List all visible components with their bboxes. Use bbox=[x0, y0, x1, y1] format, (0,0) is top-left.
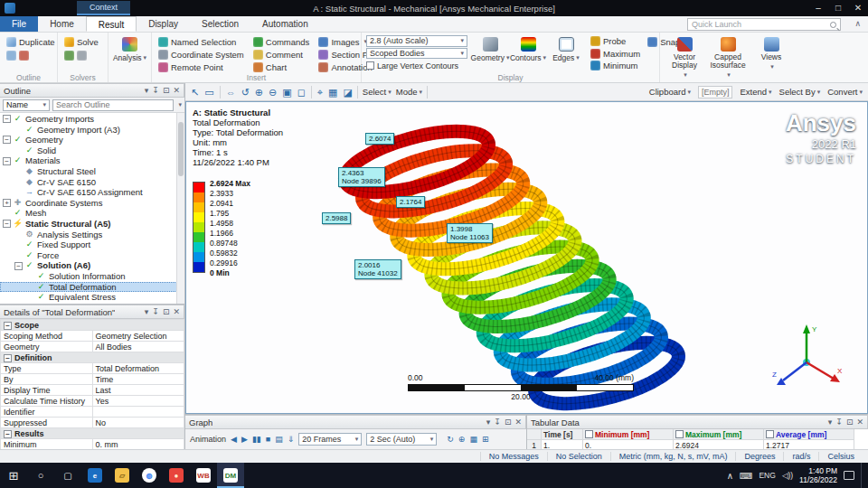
tab-automation[interactable]: Automation bbox=[250, 16, 320, 32]
expand-toggle-icon[interactable]: − bbox=[3, 220, 11, 228]
tab-display[interactable]: Display bbox=[137, 16, 190, 32]
duration-dropdown[interactable]: 2 Sec (Auto) ▾ bbox=[366, 433, 437, 446]
status-no-selection[interactable]: No Selection bbox=[547, 452, 610, 461]
refresh-icon[interactable]: ↻ bbox=[447, 435, 454, 444]
wireframe-icon[interactable]: ▦ bbox=[328, 84, 337, 100]
panel-float-icon[interactable]: ⊡ bbox=[163, 305, 170, 318]
show-desktop-button[interactable] bbox=[861, 463, 864, 488]
mode-dropdown[interactable]: Mode ▾ bbox=[396, 87, 422, 97]
select-mode-dropdown[interactable]: Select ▾ bbox=[363, 87, 392, 97]
tree-item-cr-v-sae-6150[interactable]: ◆Cr-V SAE 6150 bbox=[0, 177, 184, 188]
details-panel-header[interactable]: Details of "Total Deformation" ▾ ↧ ⊡ ✕ bbox=[0, 305, 184, 319]
large-vertex-contours-checkbox[interactable]: Large Vertex Contours bbox=[366, 60, 467, 71]
delete-icon[interactable] bbox=[19, 51, 29, 61]
graphics-viewport[interactable]: A: Static StructuralTotal DeformationTyp… bbox=[185, 101, 868, 414]
keyboard-icon[interactable]: ⌨ bbox=[740, 471, 752, 481]
solve-button[interactable]: Solve bbox=[62, 35, 100, 48]
section-plane-icon[interactable]: ◪ bbox=[343, 84, 352, 100]
tree-item-coordinate-systems[interactable]: +✚Coordinate Systems bbox=[0, 198, 184, 209]
convert-dropdown[interactable]: Convert ▾ bbox=[827, 87, 863, 97]
stop-icon[interactable]: ■ bbox=[266, 435, 270, 444]
volume-icon[interactable]: ◁)) bbox=[782, 471, 793, 480]
panel-close-icon[interactable]: ✕ bbox=[856, 416, 863, 428]
panel-menu-icon[interactable]: ▾ bbox=[145, 305, 149, 318]
details-value[interactable]: Total Deformation bbox=[92, 363, 184, 374]
pause-icon[interactable]: ▮▮ bbox=[252, 435, 261, 444]
expand-toggle-icon[interactable]: − bbox=[3, 136, 11, 144]
insert-comment-button[interactable]: Comment bbox=[251, 48, 312, 61]
result-scale-dropdown[interactable]: 2.8 (Auto Scale) ▾ bbox=[366, 35, 467, 47]
column-checkbox[interactable] bbox=[585, 430, 593, 438]
tab-home[interactable]: Home bbox=[38, 16, 86, 32]
panel-pin-icon[interactable]: ↧ bbox=[152, 84, 159, 97]
panel-pin-icon[interactable]: ↧ bbox=[494, 416, 501, 428]
tree-item-static-structural-a5[interactable]: −⚡Static Structural (A5) bbox=[0, 219, 184, 230]
export-icon[interactable]: ⊞ bbox=[482, 435, 489, 444]
tab-result[interactable]: Result bbox=[86, 16, 137, 32]
taskbar-clock[interactable]: 1:40 PM 11/26/2022 bbox=[799, 466, 837, 484]
tabular-col-header-average-mm[interactable]: Average [mm] bbox=[764, 429, 854, 440]
zoom-graph-icon[interactable]: ⊕ bbox=[458, 435, 466, 444]
panel-pin-icon[interactable]: ↧ bbox=[152, 305, 159, 318]
tree-item-total-deformation[interactable]: ✓Total Deformation bbox=[0, 282, 184, 293]
tree-item-geometry-imports[interactable]: −✓Geometry Imports bbox=[0, 114, 184, 125]
status-rad-s[interactable]: rad/s bbox=[783, 452, 818, 461]
graph-panel-header[interactable]: Graph ▾ ↧ ⊡ ✕ bbox=[185, 415, 526, 429]
solver-status-icon[interactable] bbox=[77, 51, 87, 61]
context-tab-label[interactable]: Context bbox=[77, 1, 130, 15]
taskbar-app-chrome[interactable]: ◍ bbox=[136, 463, 163, 488]
panel-menu-icon[interactable]: ▾ bbox=[145, 84, 149, 97]
tabular-col-header-index[interactable] bbox=[527, 429, 542, 440]
views-button[interactable]: Views▾ bbox=[751, 35, 791, 71]
tabular-col-header-minimum-mm[interactable]: Minimum [mm] bbox=[583, 429, 674, 440]
panel-float-icon[interactable]: ⊡ bbox=[505, 416, 512, 428]
tabular-col-header-time-s[interactable]: Time [s] bbox=[542, 429, 583, 440]
geometry-button[interactable]: Geometry▾ bbox=[471, 35, 509, 71]
probe-annotation[interactable]: 2.4363Node 39896 bbox=[338, 167, 385, 187]
notification-center-icon[interactable] bbox=[844, 471, 854, 480]
rotate-icon[interactable]: ↺ bbox=[241, 84, 250, 100]
details-value[interactable]: Time bbox=[92, 374, 184, 385]
panel-close-icon[interactable]: ✕ bbox=[173, 84, 180, 97]
vector-display-button[interactable]: Vector Display▾ bbox=[665, 35, 704, 71]
frames-dropdown[interactable]: 20 Frames ▾ bbox=[298, 433, 362, 446]
probe-annotation[interactable]: 2.0016Node 41032 bbox=[354, 259, 401, 279]
zoom-out-icon[interactable]: ⊖ bbox=[269, 84, 277, 100]
clipboard-dropdown[interactable]: Clipboard ▾ bbox=[649, 87, 691, 97]
tree-item-fixed-support[interactable]: ✓Fixed Support bbox=[0, 239, 184, 250]
triad-icon[interactable]: Y X Z bbox=[765, 319, 846, 400]
tree-item-structural-steel[interactable]: ◆Structural Steel bbox=[0, 166, 184, 177]
expand-toggle-icon[interactable]: + bbox=[3, 199, 11, 207]
panel-float-icon[interactable]: ⊡ bbox=[163, 84, 170, 97]
maximize-icon[interactable]: □ bbox=[828, 0, 848, 16]
probe-cursor-icon[interactable]: ⌖ bbox=[317, 84, 323, 100]
filter-type-dropdown[interactable]: Name ▾ bbox=[3, 99, 50, 111]
insert-coordinate-system-button[interactable]: Coordinate System bbox=[156, 48, 246, 61]
tree-item-geometry[interactable]: −✓Geometry bbox=[0, 135, 184, 145]
panel-close-icon[interactable]: ✕ bbox=[173, 305, 180, 318]
expand-toggle-icon[interactable]: − bbox=[3, 157, 11, 165]
outline-panel-header[interactable]: Outline ▾ ↧ ⊡ ✕ bbox=[0, 83, 184, 98]
status-metric-mm-kg-n-s-mv-ma[interactable]: Metric (mm, kg, N, s, mV, mA) bbox=[610, 452, 736, 461]
grid-icon[interactable]: ▦ bbox=[469, 435, 477, 444]
solver-settings-icon[interactable] bbox=[64, 51, 74, 61]
expand-toggle-icon[interactable]: − bbox=[14, 262, 23, 270]
panel-float-icon[interactable]: ⊡ bbox=[846, 416, 854, 428]
tray-expand-icon[interactable]: ∧ bbox=[727, 471, 733, 481]
details-value[interactable]: Last bbox=[92, 385, 184, 396]
probe-toggle[interactable]: Probe bbox=[589, 35, 642, 47]
tree-item-solution-a6[interactable]: −✓Solution (A6) bbox=[0, 260, 184, 271]
taskbar-app-workbench[interactable]: WB bbox=[190, 463, 217, 488]
tree-item-geometry-import-a3[interactable]: ✓Geometry Import (A3) bbox=[0, 125, 184, 136]
probe-annotation[interactable]: 2.6074 bbox=[365, 133, 394, 145]
tree-item-force[interactable]: ✓Force bbox=[0, 250, 184, 261]
probe-annotation[interactable]: 2.5988 bbox=[322, 212, 351, 224]
outline-scrollbar[interactable] bbox=[176, 113, 184, 304]
insert-chart-button[interactable]: Chart bbox=[251, 61, 312, 73]
minimize-icon[interactable]: – bbox=[808, 0, 828, 16]
start-button[interactable]: ⊞ bbox=[0, 463, 27, 488]
panel-menu-icon[interactable]: ▾ bbox=[486, 416, 491, 428]
taskbar-app-mechanical[interactable]: DM bbox=[217, 463, 244, 488]
tree-item-solution-information[interactable]: ✓Solution Information bbox=[0, 271, 184, 282]
extend-dropdown[interactable]: Extend ▾ bbox=[740, 87, 771, 97]
